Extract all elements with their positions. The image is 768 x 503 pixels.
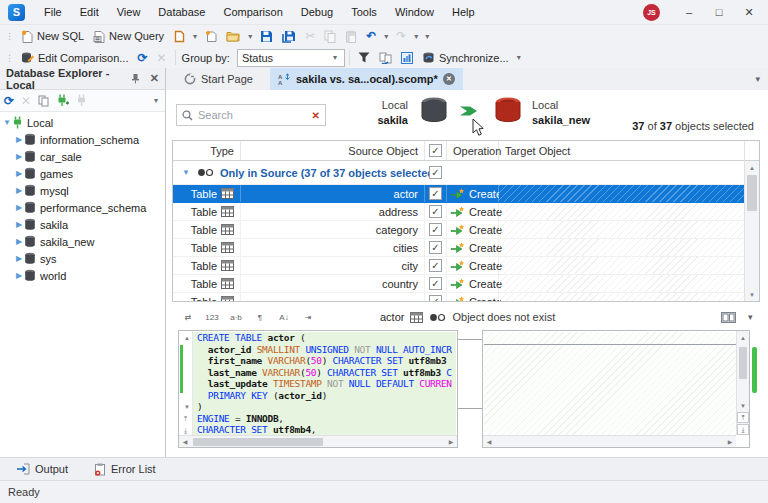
refresh-icon[interactable]: ⟳	[4, 94, 14, 108]
next-difference-icon[interactable]: ⤓	[737, 424, 749, 435]
goto-pair-difference-icon[interactable]: ⇄	[178, 308, 198, 326]
toolbar-overflow-dropdown[interactable]: ▾	[422, 32, 432, 41]
column-header-checkbox[interactable]: ✓	[425, 141, 447, 160]
maximize-button[interactable]: □	[704, 1, 734, 23]
redo-button[interactable]: ↷	[392, 27, 410, 45]
tab-start-page[interactable]: Start Page	[176, 68, 261, 90]
previous-difference-icon[interactable]: ⤒	[737, 412, 749, 423]
menu-item-debug[interactable]: Debug	[292, 2, 342, 22]
scrollbar-thumb[interactable]	[193, 438, 323, 446]
open-file-dropdown[interactable]: ▾	[245, 32, 255, 41]
menu-item-view[interactable]: View	[108, 2, 150, 22]
tree-item-performance_schema[interactable]: ▶performance_schema	[0, 199, 165, 216]
scrollbar-thumb[interactable]	[747, 175, 757, 211]
refresh-comparison-button[interactable]: ⟳	[133, 49, 151, 67]
menu-item-database[interactable]: Database	[149, 2, 214, 22]
table-row[interactable]: Tablecategory✓Create	[173, 221, 759, 239]
menu-item-tools[interactable]: Tools	[342, 2, 386, 22]
scroll-left-icon[interactable]: ◀	[179, 436, 191, 447]
row-checkbox[interactable]: ✓	[429, 259, 442, 272]
save-all-button[interactable]	[278, 28, 300, 45]
tree-item-mysql[interactable]: ▶mysql	[0, 182, 165, 199]
format-indent-icon[interactable]: ⇥	[298, 308, 318, 326]
row-checkbox[interactable]: ✓	[429, 187, 442, 200]
sort-order-icon[interactable]: A↓	[274, 308, 294, 326]
target-script-pane[interactable]: ▲ ▼ ⤒ ⤓ ◀ ▶	[482, 330, 750, 448]
menu-item-window[interactable]: Window	[386, 2, 443, 22]
tree-item-information_schema[interactable]: ▶information_schema	[0, 131, 165, 148]
column-header-target-object[interactable]: Target Object	[499, 141, 746, 160]
cut-button[interactable]: ✂	[301, 27, 319, 45]
expand-arrow-icon[interactable]: ▶	[14, 220, 24, 229]
split-layout-icon[interactable]	[718, 308, 738, 326]
scroll-down-icon[interactable]: ▼	[745, 288, 759, 301]
new-document-button[interactable]	[169, 28, 189, 45]
grid-vertical-scrollbar[interactable]: ▲ ▼	[744, 141, 759, 301]
paste-button[interactable]	[341, 28, 361, 45]
tree-item-games[interactable]: ▶games	[0, 165, 165, 182]
new-sql-button[interactable]: New SQL	[17, 28, 88, 45]
table-row[interactable]: Tablecountry✓Create	[173, 275, 759, 293]
source-script-pane[interactable]: ▲ ▼ ⤒ ⤓ CREATE TABLE actor ( actor_id SM…	[178, 330, 458, 448]
row-checkbox[interactable]: ✓	[429, 295, 442, 302]
group-row-only-in-source[interactable]: ▼ Only in Source (37 of 37 objects selec…	[173, 161, 759, 185]
row-checkbox[interactable]: ✓	[429, 223, 442, 236]
comparison-report-button[interactable]	[397, 50, 417, 66]
select-all-checkbox[interactable]: ✓	[429, 144, 442, 157]
menu-item-help[interactable]: Help	[443, 2, 484, 22]
table-row[interactable]: Tablecity✓Create	[173, 257, 759, 275]
toolbar-grip[interactable]: ⋮	[2, 53, 16, 63]
tab-schema-comparison[interactable]: AA sakila vs. sa...ocal).scomp* ✕	[270, 68, 463, 90]
horizontal-scrollbar[interactable]: ◀ ▶	[483, 435, 736, 447]
undo-dropdown[interactable]: ▾	[381, 32, 391, 41]
synchronize-button[interactable]: Synchronize...	[418, 49, 513, 66]
row-checkbox[interactable]: ✓	[429, 277, 442, 290]
table-row[interactable]: Tableaddress✓Create	[173, 203, 759, 221]
output-button[interactable]: Output	[16, 463, 68, 475]
copy-button[interactable]	[320, 28, 340, 45]
collapse-arrow-icon[interactable]: ▼	[181, 168, 191, 177]
scroll-to-last-difference-icon[interactable]: ⤓	[184, 427, 187, 435]
scroll-left-icon[interactable]: ◀	[483, 436, 495, 447]
synchronize-dropdown[interactable]: ▾	[514, 53, 524, 62]
ignore-numbers-icon[interactable]: 123	[202, 308, 222, 326]
close-button[interactable]: ✕	[734, 1, 764, 23]
fold-up-icon[interactable]: ▲	[184, 334, 190, 342]
tree-item-sakila[interactable]: ▶sakila	[0, 216, 165, 233]
view-differences-button[interactable]	[375, 50, 396, 66]
tree-item-sys[interactable]: ▶sys	[0, 250, 165, 267]
expand-arrow-icon[interactable]: ▶	[14, 186, 24, 195]
column-header-type[interactable]: Type	[173, 141, 241, 160]
table-row[interactable]: Tableactor✓Create	[173, 185, 759, 203]
scroll-up-icon[interactable]: ▲	[745, 161, 759, 174]
fold-down-icon[interactable]: ▼	[184, 403, 190, 411]
scrollbar-thumb[interactable]	[739, 347, 747, 379]
error-list-button[interactable]: Error List	[94, 463, 156, 476]
vertical-scrollbar[interactable]: ▲ ▼ ⤒ ⤓	[736, 331, 749, 435]
menu-item-comparison[interactable]: Comparison	[214, 2, 291, 22]
table-row[interactable]: Tablecities✓Create	[173, 239, 759, 257]
tree-item-local[interactable]: ▼Local	[0, 114, 165, 131]
delete-x-icon[interactable]: ✕	[21, 94, 31, 108]
expand-arrow-icon[interactable]: ▶	[14, 254, 24, 263]
close-panel-icon[interactable]: ✕	[150, 72, 159, 85]
redo-dropdown[interactable]: ▾	[411, 32, 421, 41]
tab-list-dropdown[interactable]: ▾	[755, 74, 760, 84]
menu-item-edit[interactable]: Edit	[71, 2, 108, 22]
row-checkbox[interactable]: ✓	[429, 205, 442, 218]
new-query-button[interactable]: New Query	[89, 28, 168, 45]
diff-options-dropdown[interactable]: ▾	[748, 312, 753, 322]
explorer-toolbar-dropdown[interactable]: ▾	[151, 96, 161, 105]
filter-button[interactable]	[354, 50, 374, 65]
scroll-right-icon[interactable]: ▶	[445, 436, 457, 447]
expand-arrow-icon[interactable]: ▶	[14, 271, 24, 280]
horizontal-scrollbar[interactable]: ◀ ▶	[179, 435, 457, 447]
minimize-button[interactable]: –	[674, 1, 704, 23]
expand-arrow-icon[interactable]: ▶	[14, 237, 24, 246]
duplicate-icon[interactable]	[38, 95, 49, 107]
toolbar-grip[interactable]: ⋮	[2, 31, 16, 41]
scroll-to-first-difference-icon[interactable]: ⤒	[184, 415, 187, 423]
scroll-right-icon[interactable]: ▶	[724, 436, 736, 447]
tree-item-world[interactable]: ▶world	[0, 267, 165, 284]
edit-comparison-button[interactable]: Edit Comparison...	[17, 49, 132, 66]
